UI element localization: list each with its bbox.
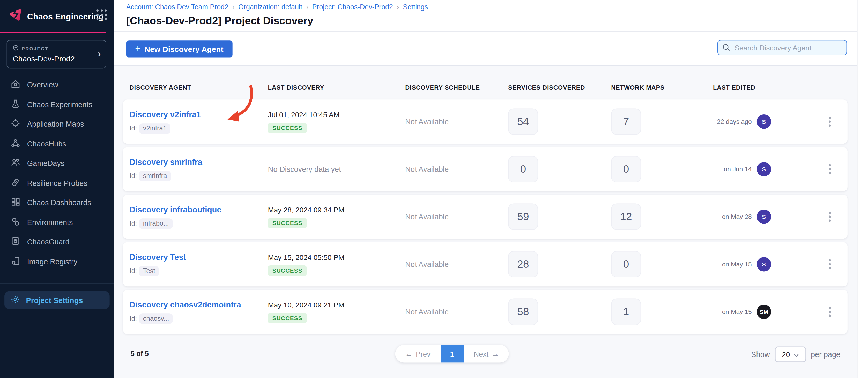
sidebar-divider xyxy=(0,283,114,284)
sidebar-item-project-settings[interactable]: Project Settings xyxy=(4,291,110,309)
table-header-row: DISCOVERY AGENT LAST DISCOVERY DISCOVERY… xyxy=(123,66,847,91)
discovery-agent-link[interactable]: Discovery infraboutique xyxy=(130,205,268,214)
avatar[interactable]: S xyxy=(757,210,771,224)
discovery-schedule: Not Available xyxy=(405,260,508,269)
services-discovered-count: 59 xyxy=(508,203,538,230)
sidebar-item-chaoshubs[interactable]: ChaosHubs xyxy=(0,134,114,154)
app-window: Chaos Engineering PROJECT Chaos-Dev-Prod… xyxy=(0,0,868,378)
column-header: SERVICES DISCOVERED xyxy=(508,84,611,91)
gear-icon xyxy=(10,295,20,306)
last-edited-text: on May 15 xyxy=(713,309,752,315)
sidebar-item-overview[interactable]: Overview xyxy=(0,75,114,95)
discovery-schedule: Not Available xyxy=(405,165,508,173)
sidebar-item-application-maps[interactable]: Application Maps xyxy=(0,114,114,134)
arrow-right-icon: → xyxy=(492,350,499,358)
app-title: Chaos Engineering xyxy=(27,11,104,21)
row-menu-icon[interactable] xyxy=(823,208,836,225)
next-page-button[interactable]: Next → xyxy=(464,345,509,363)
sidebar-item-gamedays[interactable]: GameDays xyxy=(0,154,114,173)
hub-icon xyxy=(10,138,21,149)
breadcrumb-account[interactable]: Account: Chaos Dev Team Prod2 xyxy=(126,3,228,11)
sidebar-item-resilience-probes[interactable]: Resilience Probes xyxy=(0,173,114,193)
dashboard-icon xyxy=(10,197,21,208)
app-switcher-icon[interactable] xyxy=(96,9,107,21)
discovery-schedule: Not Available xyxy=(405,213,508,221)
services-discovered-count: 28 xyxy=(508,251,538,277)
column-header: DISCOVERY SCHEDULE xyxy=(405,84,508,91)
registry-icon xyxy=(10,256,21,267)
table-row[interactable]: Discovery infraboutique Id:infrabo... Ma… xyxy=(123,195,847,239)
breadcrumb-settings[interactable]: Settings xyxy=(403,3,428,11)
breadcrumb-organization[interactable]: Organization: default xyxy=(238,3,302,11)
discovery-agent-link[interactable]: Discovery Test xyxy=(130,252,268,261)
last-discovery-date: May 15, 2024 05:50 PM xyxy=(268,253,344,261)
page-size-select[interactable]: 20 xyxy=(775,347,806,362)
services-discovered-count: 58 xyxy=(508,299,538,325)
row-menu-icon[interactable] xyxy=(823,304,836,320)
services-discovered-count: 0 xyxy=(508,156,538,182)
project-selector[interactable]: PROJECT Chaos-Dev-Prod2 › xyxy=(7,40,106,68)
breadcrumb-project[interactable]: Project: Chaos-Dev-Prod2 xyxy=(312,3,393,11)
search-input[interactable] xyxy=(717,40,847,55)
sidebar-item-chaos-experiments[interactable]: Chaos Experiments xyxy=(0,95,114,114)
scrollbar-track[interactable] xyxy=(857,0,868,378)
page-title: [Chaos-Dev-Prod2] Project Discovery xyxy=(126,15,846,27)
arrow-left-icon: ← xyxy=(405,350,412,358)
row-menu-icon[interactable] xyxy=(823,113,836,130)
sidebar-item-chaos-dashboards[interactable]: Chaos Dashboards xyxy=(0,193,114,213)
table-section: DISCOVERY AGENT LAST DISCOVERY DISCOVERY… xyxy=(114,66,857,378)
row-menu-icon[interactable] xyxy=(823,161,836,177)
new-discovery-agent-button[interactable]: + New Discovery Agent xyxy=(126,40,232,57)
table-row[interactable]: Discovery Test Id:Test May 15, 2024 05:5… xyxy=(123,242,847,286)
sidebar-nav: Overview Chaos Experiments Application M… xyxy=(0,75,114,272)
prev-page-button[interactable]: ← Prev xyxy=(395,345,441,363)
discovery-agent-link[interactable]: Discovery v2infra1 xyxy=(130,110,268,118)
discovery-agent-link[interactable]: Discovery chaosv2demoinfra xyxy=(130,300,268,309)
flask-icon xyxy=(10,99,21,110)
table-row[interactable]: Discovery chaosv2demoinfra Id:chaosv... … xyxy=(123,289,847,334)
status-badge: SUCCESS xyxy=(268,217,307,228)
discovery-schedule: Not Available xyxy=(405,308,508,316)
search-box xyxy=(717,40,847,55)
avatar[interactable]: S xyxy=(757,162,771,176)
column-header: LAST EDITED xyxy=(713,84,823,91)
page-number-button[interactable]: 1 xyxy=(441,345,464,363)
network-maps-count: 12 xyxy=(611,203,641,230)
page-header: Account: Chaos Dev Team Prod2 › Organiza… xyxy=(114,0,857,32)
breadcrumb-separator: › xyxy=(306,3,308,11)
row-count: 5 of 5 xyxy=(131,350,149,357)
status-badge: SUCCESS xyxy=(268,123,307,133)
last-discovery-date: Jul 01, 2024 10:45 AM xyxy=(268,110,340,118)
users-icon xyxy=(10,158,21,169)
agent-id: Id:v2infra1 xyxy=(130,123,268,134)
sidebar-item-environments[interactable]: Environments xyxy=(0,213,114,232)
lock-icon xyxy=(10,236,21,248)
chevron-right-icon[interactable]: › xyxy=(98,49,101,59)
chaos-logo-icon xyxy=(8,8,22,24)
table-row[interactable]: Discovery smrinfra Id:smrinfra No Discov… xyxy=(123,147,847,191)
avatar[interactable]: S xyxy=(757,257,771,272)
last-edited-text: 22 days ago xyxy=(713,118,752,125)
column-header: DISCOVERY AGENT xyxy=(130,84,268,91)
avatar[interactable]: SM xyxy=(757,305,771,319)
agent-id: Id:Test xyxy=(130,266,268,276)
agent-id-pill: Test xyxy=(139,266,159,276)
agent-id-pill: chaosv... xyxy=(139,313,173,324)
cube-icon xyxy=(13,45,19,52)
last-edited-text: on May 15 xyxy=(713,261,752,268)
discovery-agent-link[interactable]: Discovery smrinfra xyxy=(130,157,268,166)
main-area: Account: Chaos Dev Team Prod2 › Organiza… xyxy=(114,0,868,378)
hexagons-icon xyxy=(10,216,21,228)
project-name: Chaos-Dev-Prod2 xyxy=(13,54,100,63)
table-row[interactable]: Discovery v2infra1 Id:v2infra1 Jul 01, 2… xyxy=(123,100,847,144)
toolbar: + New Discovery Agent xyxy=(114,32,857,66)
status-badge: SUCCESS xyxy=(268,313,307,323)
sidebar-item-chaosguard[interactable]: ChaosGuard xyxy=(0,232,114,252)
last-edited-text: on Jun 14 xyxy=(713,166,752,173)
column-header: NETWORK MAPS xyxy=(611,84,713,91)
sidebar-item-image-registry[interactable]: Image Registry xyxy=(0,252,114,272)
row-menu-icon[interactable] xyxy=(823,256,836,273)
avatar[interactable]: S xyxy=(757,114,771,129)
last-discovery-date: May 10, 2024 09:21 PM xyxy=(268,301,344,309)
table-footer: 5 of 5 ← Prev 1 Next → Show 20 xyxy=(123,345,847,378)
